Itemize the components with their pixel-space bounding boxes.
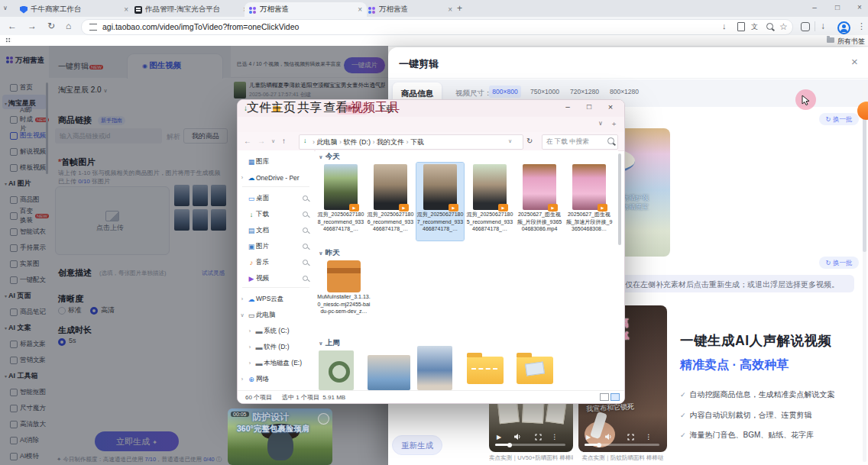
play-icon[interactable]: ▶	[497, 434, 501, 441]
window-maximize-button[interactable]: □	[829, 3, 846, 11]
volume-icon[interactable]	[513, 430, 521, 444]
nav-onedrive[interactable]: ›☁OneDrive - Per	[238, 170, 314, 186]
browser-tab-qianniu[interactable]: 千牛商家工作台 ×	[15, 2, 133, 17]
browser-tab-wanxiang-2[interactable]: 万相营造 ×	[364, 2, 457, 17]
player-menu-icon[interactable]: ⋮	[551, 433, 558, 441]
progress-bar[interactable]	[585, 444, 659, 446]
zip-folder-icon[interactable]	[467, 357, 504, 384]
extensions-icon[interactable]	[801, 22, 810, 31]
folder-icon[interactable]	[517, 357, 553, 384]
list-view-icon[interactable]	[600, 393, 609, 401]
section-lastweek[interactable]: ∨上周	[319, 338, 340, 348]
file-item-installer[interactable]: MuMuInstaller_3.1.13.0_niesdc-mj22455-ba…	[317, 259, 371, 330]
new-tab-button[interactable]: +	[457, 3, 462, 14]
image-thumbnail[interactable]	[368, 355, 410, 390]
player-menu-icon[interactable]: ⋮	[645, 433, 652, 441]
menu-video-tools[interactable]: 视频工具	[351, 100, 400, 116]
fullscreen-icon[interactable]	[535, 430, 542, 444]
browser-tab-wanxiang-active[interactable]: 万相营造 ×	[245, 2, 367, 17]
reload-icon[interactable]: ↻	[47, 21, 55, 31]
explorer-close[interactable]: ×	[601, 102, 620, 111]
apps-grid-icon[interactable]	[5, 37, 11, 44]
volume-icon[interactable]	[604, 430, 612, 444]
file-item[interactable]: ▶ 混剪_202506271808_recommend_933466874178…	[317, 163, 364, 241]
nav-pictures[interactable]: ▣图片	[238, 238, 314, 254]
ribbon-help-icon[interactable]: ＋	[611, 119, 617, 129]
menu-home[interactable]: 主页	[271, 100, 296, 116]
crumb-drive-d[interactable]: 软件 (D:)	[344, 138, 371, 146]
nav-drive-d[interactable]: ›▬软件 (D:)	[238, 339, 322, 355]
nav-back-icon[interactable]: ←	[244, 137, 251, 145]
refresh-address-icon[interactable]: ↻	[526, 137, 533, 145]
file-item[interactable]: ▶ 混剪_202506271806_recommend_933466874178…	[367, 163, 414, 241]
nav-music[interactable]: ♪音乐	[238, 254, 314, 270]
menu-view[interactable]: 查看	[323, 100, 348, 116]
bookmarks-folder-icon[interactable]	[827, 37, 834, 43]
player-controls[interactable]: ▶ ⋮	[489, 432, 573, 441]
regenerate-button[interactable]: 重新生成	[392, 435, 442, 455]
explorer-minimize[interactable]: –	[559, 102, 577, 111]
home-icon[interactable]: ⌂	[66, 21, 71, 31]
forward-icon[interactable]: →	[28, 21, 37, 31]
file-item-selected[interactable]: ▶ 混剪_202506271807_recommend_933466874178…	[416, 163, 464, 241]
menu-file[interactable]: 文件	[247, 100, 271, 116]
section-today[interactable]: ∨今天	[319, 152, 340, 162]
window-close-button[interactable]: ×	[851, 3, 868, 11]
nav-recent-icon[interactable]: ∨	[271, 138, 275, 144]
explorer-scrollbar[interactable]	[618, 153, 621, 245]
modal-close-icon[interactable]: ×	[851, 55, 858, 68]
nav-documents[interactable]: ▤文档	[238, 222, 314, 238]
modal-scrollbar-thumb[interactable]	[863, 115, 866, 252]
size-chip-750x1000[interactable]: 750×1000	[527, 86, 562, 98]
fullscreen-icon[interactable]	[627, 430, 634, 444]
crumb-downloads[interactable]: 下载	[410, 138, 424, 146]
menu-kebab-icon[interactable]: ⋮	[857, 21, 866, 31]
all-bookmarks-label[interactable]: 所有书签	[837, 37, 865, 47]
nav-desktop[interactable]: ▭桌面	[238, 190, 314, 206]
menu-share[interactable]: 共享	[297, 100, 322, 116]
site-settings-icon[interactable]	[89, 24, 97, 31]
nav-network[interactable]: ›⊕网络	[238, 371, 314, 387]
file-explorer-window[interactable]: ↓ | ✎ ∨ 播放 下载 – □ × 文件 主页 共享 查看 视频工具 ∨ ＋…	[237, 99, 625, 404]
nav-drive-c[interactable]: ›▬系统 (C:)	[238, 323, 322, 339]
zoom-icon[interactable]	[766, 23, 773, 30]
size-chip-800x1280[interactable]: 800×1280	[607, 86, 642, 98]
browser-tab-guanghe[interactable]: 作品管理-淘宝光合平台 ×	[130, 2, 252, 17]
nav-drive-e[interactable]: ›▬本地磁盘 (E:)	[238, 355, 322, 371]
window-minimize-button[interactable]: –	[806, 3, 823, 11]
refresh-batch-button-2[interactable]: ↻ 换一批	[819, 257, 859, 269]
back-icon[interactable]: ←	[8, 21, 17, 31]
size-chip-720x1280[interactable]: 720×1280	[567, 86, 602, 98]
nav-downloads[interactable]: ↓下载	[238, 206, 314, 222]
tab-close-icon[interactable]: ×	[124, 5, 128, 14]
image-thumbnail[interactable]	[417, 346, 452, 390]
refresh-batch-button[interactable]: ↻ 换一批	[819, 113, 859, 125]
nav-gallery[interactable]: ▦图库	[238, 153, 314, 170]
nav-videos[interactable]: ▶视频	[238, 270, 314, 286]
file-item[interactable]: ▶ 混剪_202506271805_recommend_933466874178…	[466, 163, 513, 241]
clipboard-icon[interactable]	[737, 22, 745, 31]
crumb-chevron-icon[interactable]: ∨	[508, 138, 512, 144]
section-yesterday[interactable]: ∨昨天	[319, 248, 340, 258]
profile-avatar[interactable]	[837, 21, 850, 34]
thumbnail-view-icon[interactable]	[611, 393, 620, 401]
progress-bar[interactable]	[495, 444, 565, 446]
nav-forward-icon[interactable]: →	[257, 137, 265, 145]
size-chip-800x800[interactable]: 800×800	[489, 86, 521, 98]
file-item[interactable]: ▶ 20250627_图生视频_加速片段拼接_93650468308…	[565, 163, 613, 241]
explorer-maximize[interactable]: □	[580, 102, 598, 111]
selected-video-card[interactable]: 00:05 防护设计 360°完整包裹脸颈肩	[228, 408, 332, 465]
nav-wps-cloud[interactable]: ›☁WPS云盘	[238, 291, 314, 307]
player-controls[interactable]: ▶ ⋮	[578, 432, 667, 441]
translate-icon[interactable]: 文	[751, 22, 758, 32]
breadcrumb-path[interactable]: › 此电脑 › 软件 (D:) › 我的文件 › 下载	[313, 137, 424, 147]
nav-up-icon[interactable]: ↑	[282, 137, 286, 145]
tab-close-icon[interactable]: ×	[448, 5, 452, 14]
ribbon-collapse-icon[interactable]: ∨	[598, 120, 603, 127]
select-circle-icon[interactable]	[318, 413, 329, 425]
image-thumbnail[interactable]	[319, 350, 354, 390]
nav-this-pc[interactable]: ∨▭此电脑	[238, 307, 314, 323]
tab-close-icon[interactable]: ×	[358, 5, 362, 14]
bookmark-star-icon[interactable]: ☆	[779, 21, 788, 32]
tab-search-icon[interactable]: ∨	[3, 5, 8, 11]
